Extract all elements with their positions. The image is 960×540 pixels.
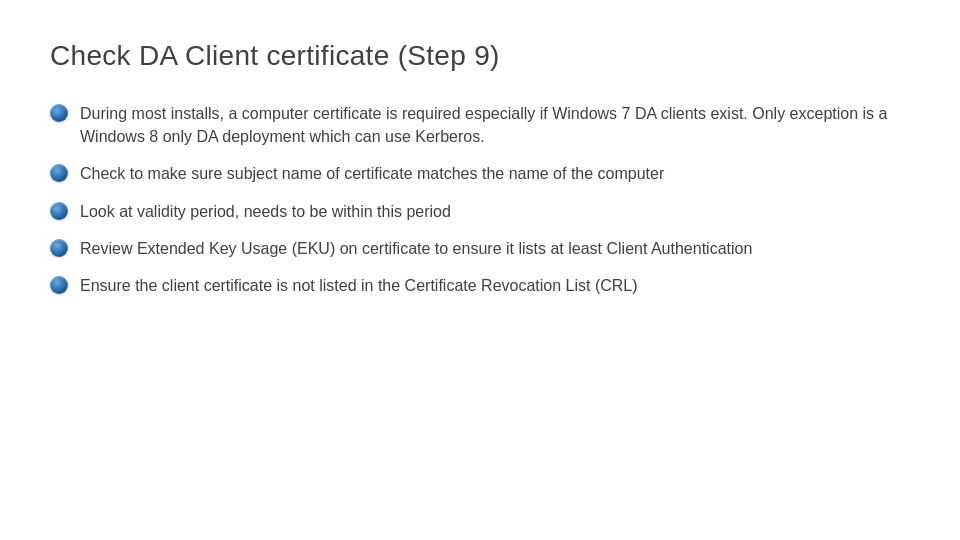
bullet-item-2: Check to make sure subject name of certi…: [50, 162, 910, 185]
slide-title: Check DA Client certificate (Step 9): [50, 40, 910, 72]
bullet-text-2: Check to make sure subject name of certi…: [80, 162, 910, 185]
bullet-list: During most installs, a computer certifi…: [50, 102, 910, 297]
bullet-icon-1: [50, 104, 68, 122]
bullet-item-5: Ensure the client certificate is not lis…: [50, 274, 910, 297]
bullet-item-1: During most installs, a computer certifi…: [50, 102, 910, 148]
slide: Check DA Client certificate (Step 9) Dur…: [0, 0, 960, 540]
bullet-icon-4: [50, 239, 68, 257]
bullet-icon-2: [50, 164, 68, 182]
bullet-text-5: Ensure the client certificate is not lis…: [80, 274, 910, 297]
bullet-text-4: Review Extended Key Usage (EKU) on certi…: [80, 237, 910, 260]
bullet-icon-5: [50, 276, 68, 294]
bullet-text-3: Look at validity period, needs to be wit…: [80, 200, 910, 223]
bullet-item-4: Review Extended Key Usage (EKU) on certi…: [50, 237, 910, 260]
bullet-item-3: Look at validity period, needs to be wit…: [50, 200, 910, 223]
bullet-text-1: During most installs, a computer certifi…: [80, 102, 910, 148]
bullet-icon-3: [50, 202, 68, 220]
